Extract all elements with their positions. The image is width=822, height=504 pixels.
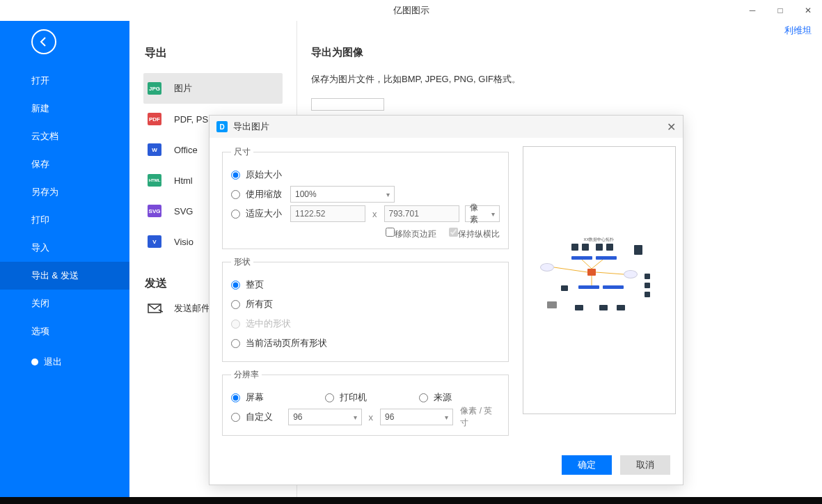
cancel-button[interactable]: 取消 (620, 455, 670, 475)
exit-icon (31, 359, 38, 365)
app-icon: D (216, 121, 228, 132)
radio-original-size[interactable]: 原始大小 (231, 168, 282, 181)
remove-margin-checkbox[interactable]: 移除页边距 (386, 228, 436, 240)
ok-button[interactable]: 确定 (562, 455, 612, 475)
sidebar: 打开 新建 云文档 保存 另存为 打印 导入 导出 & 发送 关闭 选项 退出 (0, 21, 129, 504)
arrow-left-icon (38, 36, 49, 47)
export-heading: 导出 (143, 46, 283, 61)
keep-ratio-checkbox[interactable]: 保持纵横比 (449, 228, 500, 240)
mail-icon (148, 302, 163, 315)
app-title: 亿图图示 (393, 4, 429, 17)
visio-icon: V (148, 235, 161, 248)
html-icon: HTML (148, 174, 161, 187)
title-bar: 亿图图示 ─ □ ✕ (0, 0, 822, 21)
radio-use-scale[interactable]: 使用缩放 (231, 188, 290, 200)
scale-select[interactable]: 100% (290, 186, 395, 203)
dpi-x-select[interactable]: 96 (288, 409, 361, 425)
sidebar-item-save[interactable]: 保存 (0, 150, 129, 178)
dialog-titlebar: D 导出图片 ✕ (210, 116, 683, 138)
preview-box: XX数据中心拓扑 (523, 146, 676, 414)
dpi-unit-label: 像素 / 英寸 (460, 405, 499, 429)
export-item-image[interactable]: JPG 图片 (143, 73, 283, 104)
sidebar-item-cloud[interactable]: 云文档 (0, 123, 129, 150)
svg-icon: SVG (148, 205, 161, 217)
height-input[interactable] (384, 205, 459, 222)
sidebar-item-new[interactable]: 新建 (0, 95, 129, 123)
radio-custom[interactable]: 自定义 (231, 411, 288, 423)
export-image-dialog: D 导出图片 ✕ 尺寸 原始大小 使用缩放 100% 适应大小 x 像素 (209, 115, 683, 485)
jpg-icon: JPG (148, 82, 161, 95)
sidebar-item-close[interactable]: 关闭 (0, 290, 129, 317)
sidebar-item-exit[interactable]: 退出 (0, 348, 129, 376)
sidebar-item-import[interactable]: 导入 (0, 234, 129, 262)
size-fieldset: 尺寸 原始大小 使用缩放 100% 适应大小 x 像素 移除页边距 保持纵横比 (222, 146, 509, 249)
sidebar-item-open[interactable]: 打开 (0, 67, 129, 95)
format-placeholder (311, 98, 384, 111)
dialog-close-button[interactable]: ✕ (667, 120, 676, 134)
unit-select[interactable]: 像素 (465, 205, 500, 222)
radio-printer[interactable]: 打印机 (325, 391, 419, 404)
pdf-icon: PDF (148, 113, 161, 125)
user-link[interactable]: 利维坦 (784, 24, 812, 37)
word-icon: W (148, 143, 161, 156)
radio-selected-shapes: 选中的形状 (231, 317, 291, 330)
content-desc: 保存为图片文件，比如BMP, JPEG, PNG, GIF格式。 (311, 73, 808, 86)
radio-fit-size[interactable]: 适应大小 (231, 207, 290, 220)
dialog-title-text: 导出图片 (233, 120, 269, 133)
radio-all-pages[interactable]: 所有页 (231, 298, 273, 310)
resolution-fieldset: 分辨率 屏幕 打印机 来源 自定义 96 x 96 像素 / 英寸 (222, 369, 509, 436)
content-heading: 导出为图像 (311, 46, 808, 59)
back-button[interactable] (31, 29, 56, 54)
taskbar (0, 497, 822, 504)
shape-fieldset: 形状 整页 所有页 选中的形状 当前活动页所有形状 (222, 256, 509, 362)
resolution-legend: 分辨率 (231, 369, 262, 381)
sidebar-item-saveas[interactable]: 另存为 (0, 178, 129, 206)
width-input[interactable] (290, 205, 365, 222)
radio-screen[interactable]: 屏幕 (231, 391, 325, 404)
sidebar-item-options[interactable]: 选项 (0, 317, 129, 345)
radio-whole-page[interactable]: 整页 (231, 278, 264, 291)
preview-diagram: XX数据中心拓扑 (533, 235, 665, 326)
maximize-button[interactable]: □ (766, 0, 794, 21)
minimize-button[interactable]: ─ (738, 0, 766, 21)
size-legend: 尺寸 (231, 146, 253, 158)
sidebar-item-export-send[interactable]: 导出 & 发送 (0, 262, 129, 290)
sidebar-item-print[interactable]: 打印 (0, 206, 129, 234)
radio-source[interactable]: 来源 (419, 391, 452, 404)
radio-current-page-shapes[interactable]: 当前活动页所有形状 (231, 337, 327, 349)
close-button[interactable]: ✕ (794, 0, 822, 21)
dpi-y-select[interactable]: 96 (380, 409, 453, 425)
shape-legend: 形状 (231, 256, 253, 268)
